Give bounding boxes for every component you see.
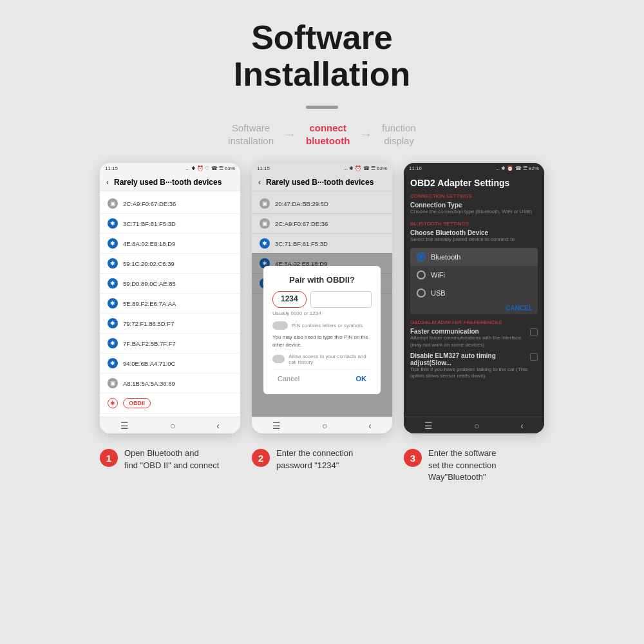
step-software-installation: Softwareinstallation [228,122,274,147]
page-title: Software Installation [234,19,410,93]
list-item[interactable]: ▣ 20:47:DA:BB:29:5D [252,194,392,214]
contacts-toggle[interactable] [272,355,285,363]
phone3-time: 11:16 [409,166,422,171]
pref2-item: Disable ELM327 auto timing adjust(Slow..… [410,352,538,380]
instruction-text-1: Open Bluetooth andfind "OBD II" and conn… [124,448,219,471]
phone1-back-icon[interactable]: ‹ [106,178,109,187]
list-item[interactable]: ✱ 7F:BA:F2:5B:7F:F7 [100,334,240,354]
bt-icon-blue: ✱ [108,298,118,308]
bt-chooser-dropdown: Bluetooth WiFi USB CANCEL [410,248,538,314]
instruction-1: 1 Open Bluetooth andfind "OBD II" and co… [100,448,240,471]
section-adapter-label: OBD2/ELM Adapter preferences [410,319,538,325]
step-function-display: functiondisplay [382,122,416,147]
dialog-hint: Usually 0000 or 1234 [272,310,372,316]
choose-bt-desc: Select the already paired device to conn… [410,236,538,243]
nav-back-icon[interactable]: ‹ [368,421,372,431]
phone3-content: OBD2 Adapter Settings Connection setting… [404,174,544,387]
phone1: 11:15 ... ✱ ⏰ ♡ ☎ ☰ 63% ‹ Rarely used B·… [100,163,240,433]
list-item[interactable]: ▣ 2C:A9:F0:67:DE:36 [100,194,240,214]
pref1-desc: Attempt faster communications with the i… [410,335,530,348]
choose-bt-title: Choose Bluetooth Device [410,229,538,236]
dialog-pin-row: 1234 [272,291,372,308]
phone2-header-title: Rarely used B···tooth devices [266,178,374,187]
obdii-badge: OBDII [123,398,151,408]
connection-type-title: Connection Type [410,202,538,209]
bt-address: 2C:A9:F0:67:DE:36 [275,220,328,227]
phone2-header: ‹ Rarely used B···tooth devices [252,174,392,191]
connection-type-item: Connection Type Choose the connection ty… [410,202,538,215]
settings-title: OBD2 Adapter Settings [410,178,538,188]
dialog-pin[interactable]: 1234 [272,291,307,308]
bt-option-bluetooth[interactable]: Bluetooth [410,248,538,266]
nav-back-icon[interactable]: ‹ [520,421,524,431]
radio-wifi [417,270,426,279]
pref2-checkbox[interactable] [530,353,538,361]
phone1-time: 11:15 [105,166,118,171]
step-number-2: 2 [252,449,270,467]
list-item[interactable]: ▣ 2C:A9:F0:67:DE:36 [252,214,392,234]
bt-icon-blue: ✱ [108,258,118,269]
section-adapter-preferences: OBD2/ELM Adapter preferences Faster comm… [410,319,538,380]
list-item[interactable]: ✱ 79:72:F1:86:5D:F7 [100,314,240,334]
phone3-icons: ... ✱ ⏰ ☎ ☰ 82% [495,166,539,171]
list-item[interactable]: ✱ 59:1C:20:02:C6:39 [100,254,240,274]
list-item[interactable]: ✱ 3C:71:BF:81:F5:3D [252,234,392,254]
phone2-back-icon[interactable]: ‹ [258,178,261,187]
nav-home-icon[interactable]: ○ [322,421,327,431]
phone3-nav: ☰ ○ ‹ [404,417,544,433]
phone2-time: 11:15 [257,166,270,171]
phone2: 11:15 ... ✱ ⏰ ☎ ☰ 63% ‹ Rarely used B···… [252,163,392,433]
pref1-title: Faster communication [410,328,530,335]
list-item[interactable]: ✱ 5E:89:F2:E6:7A:AA [100,294,240,314]
bt-icon-blue: ✱ [108,218,118,229]
bt-icon-blue: ✱ [108,338,118,348]
dialog-ok-button[interactable]: OK [351,372,372,385]
phone2-status-bar: 11:15 ... ✱ ⏰ ☎ ☰ 63% [252,163,392,174]
contacts-toggle-label: Allow access to your contacts and call h… [289,354,372,365]
bt-address: 59:D0:89:0C:AE:85 [123,280,176,287]
pref2-desc: Tick this if you have problem talking to… [410,366,530,380]
choose-bt-device-item: Choose Bluetooth Device Select the alrea… [410,229,538,243]
bt-icon-blue: ✱ [108,318,118,328]
bt-option-wifi[interactable]: WiFi [410,266,538,284]
pref1-checkbox[interactable] [530,328,538,336]
bt-icon-outline: ✱ [108,398,118,408]
list-item[interactable]: ✱ 3C:71:BF:81:F5:3D [100,214,240,234]
list-item[interactable]: ✱ 59:D0:89:0C:AE:85 [100,274,240,294]
phone2-nav: ☰ ○ ‹ [252,417,392,433]
nav-home-icon[interactable]: ○ [474,421,479,431]
dialog-cancel-button[interactable]: Cancel [272,372,305,385]
bt-icon-blue: ✱ [108,238,118,249]
instructions-row: 1 Open Bluetooth andfind "OBD II" and co… [32,448,612,483]
instruction-text-2: Enter the connectionpassword "1234" [276,448,353,471]
list-item[interactable]: ▣ A8:1B:5A:5A:30:69 [100,374,240,393]
header-divider [306,106,338,109]
phone1-status-bar: 11:15 ... ✱ ⏰ ♡ ☎ ☰ 63% [100,163,240,174]
bt-option-usb[interactable]: USB [410,284,538,302]
nav-back-icon[interactable]: ‹ [216,421,220,431]
bt-icon-blue: ✱ [260,238,270,249]
bt-address: 5E:89:F2:E6:7A:AA [123,300,176,307]
bt-icon-blue: ✱ [108,278,118,289]
nav-menu-icon[interactable]: ☰ [424,421,433,431]
phone3-status-bar: 11:16 ... ✱ ⏰ ☎ ☰ 82% [404,163,544,174]
pin-toggle-label: PIN contains letters or symbols [292,323,363,328]
pin-toggle[interactable] [272,321,288,330]
nav-menu-icon[interactable]: ☰ [272,421,281,431]
phone1-header: ‹ Rarely used B···tooth devices [100,174,240,191]
list-item[interactable]: ✱ 4E:8A:02:E8:18:D9 [100,234,240,254]
bt-address: 20:47:DA:BB:29:5D [275,200,328,207]
list-item[interactable]: ✱ 94:0E:6B:A4:71:0C [100,354,240,374]
obdii-list-item[interactable]: ✱ OBDII [100,393,240,413]
dialog-toggle-row2: Allow access to your contacts and call h… [272,354,372,365]
nav-menu-icon[interactable]: ☰ [120,421,129,431]
cancel-row: CANCEL [410,302,538,314]
bt-address: 4E:8A:02:E8:18:D9 [123,240,175,247]
nav-home-icon[interactable]: ○ [170,421,175,431]
bt-address: 7F:BA:F2:5B:7F:F7 [123,340,176,347]
phones-row: 11:15 ... ✱ ⏰ ♡ ☎ ☰ 63% ‹ Rarely used B·… [100,163,544,433]
phone2-icons: ... ✱ ⏰ ☎ ☰ 63% [343,166,387,171]
bt-address: 59:1C:20:02:C6:39 [123,260,175,267]
dialog-pin-empty[interactable] [310,291,372,308]
cancel-button[interactable]: CANCEL [506,305,533,312]
